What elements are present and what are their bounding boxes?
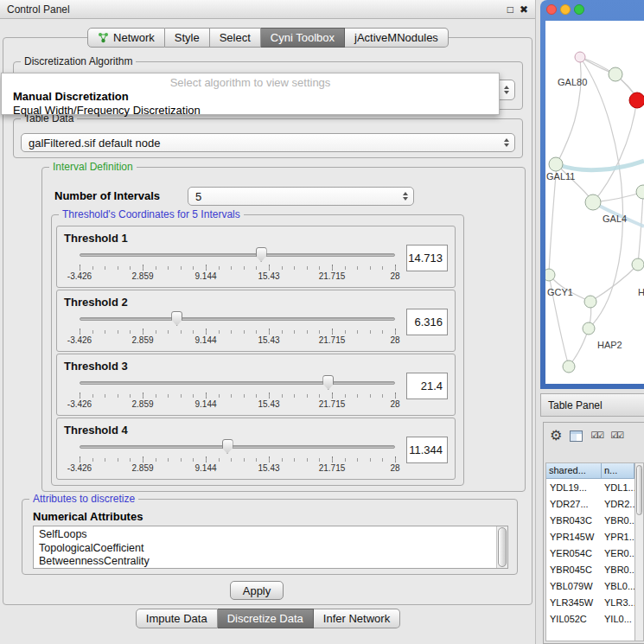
combo-stepper-icon	[504, 86, 509, 94]
threshold-label: Threshold 2	[64, 296, 128, 309]
table-scrollbar[interactable]	[634, 462, 644, 641]
table-cell[interactable]: YER0...	[602, 548, 634, 558]
threshold-label: Threshold 1	[64, 232, 128, 245]
table-cell[interactable]: YIL052C	[546, 614, 602, 624]
scrollbar-thumb[interactable]	[498, 527, 507, 567]
zoom-traffic-light-icon[interactable]	[574, 4, 584, 15]
tick-label: 21.715	[319, 463, 346, 473]
close-window-icon[interactable]: ✖	[520, 3, 528, 16]
table-row[interactable]: YBR045CYBR0...	[546, 561, 634, 577]
network-node[interactable]	[632, 258, 644, 271]
tick-label: -3.426	[67, 271, 92, 281]
table-cell[interactable]: YBL0...	[602, 581, 634, 591]
table-row[interactable]: YDR27...YDR2...	[546, 495, 634, 512]
table-row[interactable]: YBR043CYBR0...	[546, 512, 634, 528]
tab-cyni-toolbox[interactable]: Cyni Toolbox	[261, 28, 345, 48]
dropdown-option-equal-width[interactable]: Equal Width/Frequency Discretization	[2, 104, 499, 117]
threshold-1-value-input[interactable]	[406, 245, 448, 271]
apply-button[interactable]: Apply	[230, 581, 284, 600]
tab-impute-data[interactable]: Impute Data	[136, 609, 218, 628]
table-data-select[interactable]: galFiltered.sif default node	[21, 133, 515, 152]
list-item[interactable]: SelfLoops	[34, 526, 507, 542]
threshold-2-value-input[interactable]	[406, 309, 448, 335]
table-row[interactable]: YDL19...YDL1...	[546, 479, 634, 495]
slider-thumb[interactable]	[322, 375, 334, 390]
table-cell[interactable]: YDR27...	[546, 499, 602, 509]
table-cell[interactable]: YLR3...	[602, 597, 634, 608]
list-scrollbar[interactable]	[496, 526, 507, 568]
scrollbar-thumb[interactable]	[636, 465, 642, 515]
table-cell[interactable]: YDL19...	[546, 482, 602, 493]
screen: Control Panel □ ✖ Discretization Algorit…	[0, 0, 644, 644]
network-node[interactable]	[583, 322, 595, 335]
table-cell[interactable]: YIL0...	[602, 614, 634, 624]
tab-label: Cyni Toolbox	[271, 31, 335, 44]
table-cell[interactable]: YER054C	[546, 548, 602, 558]
dropdown-option-manual[interactable]: Manual Discretization	[2, 90, 499, 103]
tab-infer-network[interactable]: Infer Network	[314, 609, 400, 628]
table-row[interactable]: YLR345WYLR3...	[546, 594, 634, 610]
slider-track[interactable]	[80, 381, 395, 385]
threshold-4-value-input[interactable]	[406, 437, 448, 463]
checkbox-grid-icon[interactable]: ☑☑	[610, 431, 622, 440]
tab-style[interactable]: Style	[165, 28, 210, 48]
table-cell[interactable]: YDR2...	[602, 499, 634, 509]
threshold-4-slider[interactable]	[80, 439, 395, 455]
network-node[interactable]	[636, 185, 644, 199]
number-of-intervals-select[interactable]: 5	[188, 187, 414, 206]
list-item[interactable]: BetweennessCentrality	[34, 555, 507, 569]
table-cell[interactable]: YBR0...	[602, 515, 634, 526]
slider-track[interactable]	[80, 253, 395, 257]
network-node[interactable]	[549, 157, 563, 171]
threshold-label: Threshold 3	[64, 360, 128, 373]
network-node[interactable]	[563, 360, 575, 373]
slider-track[interactable]	[80, 445, 395, 449]
settings-gear-icon[interactable]: ⚙	[550, 429, 562, 443]
table-cell[interactable]: YPR145W	[546, 532, 602, 542]
slider-thumb[interactable]	[256, 247, 267, 262]
table-cell[interactable]: YBL079W	[546, 581, 602, 591]
close-traffic-light-icon[interactable]	[546, 4, 557, 15]
table-row[interactable]: YPR145WYPR1...	[546, 528, 634, 545]
column-layout-icon[interactable]	[570, 430, 583, 442]
table-cell[interactable]: YBR045C	[546, 564, 602, 575]
float-window-icon[interactable]: □	[507, 3, 513, 16]
network-node-selected-red[interactable]	[629, 92, 644, 108]
table-row[interactable]: YIL052CYIL0...	[546, 610, 634, 627]
tab-select[interactable]: Select	[210, 28, 261, 48]
table-row[interactable]: YER054CYER0...	[546, 545, 634, 561]
tab-label: Style	[175, 31, 200, 44]
network-node[interactable]	[585, 194, 601, 210]
tab-network[interactable]: Network	[87, 28, 165, 48]
checkbox-grid-icon[interactable]: ☑☑	[590, 431, 603, 440]
network-node-pink[interactable]	[575, 52, 585, 62]
tab-jactivemnodules[interactable]: jActiveMNodules	[345, 28, 449, 48]
threshold-1-slider[interactable]	[80, 247, 395, 263]
threshold-2-slider[interactable]	[80, 311, 395, 327]
table-cell[interactable]: YBR0...	[602, 564, 634, 575]
node-label: GAL4	[603, 214, 627, 224]
column-header-shared-name[interactable]: shared...	[546, 463, 602, 479]
table-cell[interactable]: YBR043C	[546, 515, 602, 526]
table-cell[interactable]: YDL1...	[602, 482, 634, 493]
combo-stepper-icon	[403, 192, 408, 201]
table-row[interactable]: YBL079WYBL0...	[546, 577, 634, 594]
table-cell[interactable]: YLR345W	[546, 597, 602, 608]
network-node[interactable]	[609, 67, 622, 81]
tab-discretize-data[interactable]: Discretize Data	[218, 609, 314, 628]
network-canvas[interactable]: GAL80 GAL11 GAL4 GCY1 HAP2 H	[545, 21, 644, 384]
network-node[interactable]	[584, 296, 596, 308]
threshold-3-slider[interactable]	[80, 375, 395, 391]
minimize-traffic-light-icon[interactable]	[560, 4, 571, 15]
tick-label: 21.715	[319, 399, 346, 409]
column-header-name[interactable]: n...	[602, 463, 634, 479]
table-cell[interactable]: YPR1...	[602, 532, 634, 542]
slider-thumb[interactable]	[222, 439, 233, 454]
slider-thumb[interactable]	[171, 311, 182, 326]
numerical-attributes-list[interactable]: SelfLoops TopologicalCoefficient Between…	[33, 526, 508, 569]
control-panel: Control Panel □ ✖ Discretization Algorit…	[0, 0, 536, 644]
threshold-3-value-input[interactable]	[406, 373, 448, 399]
list-item[interactable]: TopologicalCoefficient	[34, 542, 507, 556]
slider-track[interactable]	[80, 317, 395, 321]
network-node[interactable]	[545, 269, 555, 281]
